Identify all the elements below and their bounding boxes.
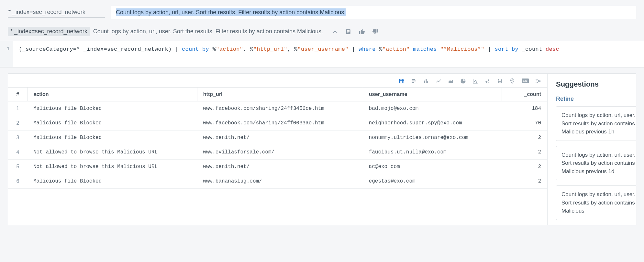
- cell-action: Malicious file Blocked: [28, 101, 197, 116]
- refine-label: Refine: [556, 96, 636, 102]
- svg-point-16: [474, 81, 475, 82]
- cell-index: 2: [8, 116, 28, 131]
- hbar-chart-icon[interactable]: [411, 78, 417, 84]
- cell-url: www.evillasforsale.com/: [197, 145, 363, 160]
- table-row[interactable]: 6Malicious file Blockedwww.bananaslug.co…: [8, 174, 547, 189]
- table-row[interactable]: 3Malicious file Blockedwww.xenith.net/no…: [8, 131, 547, 145]
- single-value-icon[interactable]: 123: [522, 78, 529, 84]
- query-token: where: [359, 46, 376, 52]
- cell-action: Not allowed to browse this Malicious URL: [28, 160, 197, 174]
- line-chart-icon[interactable]: [436, 78, 441, 84]
- sankey-icon[interactable]: [535, 78, 541, 84]
- results-table: # action http_url user_username _count 1…: [8, 87, 547, 189]
- cell-count: 2: [502, 131, 547, 145]
- table-row[interactable]: 2Malicious file Blockedwww.facebook.com/…: [8, 116, 547, 131]
- query-token: "http_url": [253, 46, 287, 52]
- cell-count: 184: [502, 101, 547, 116]
- query-token: "action": [216, 46, 243, 52]
- table-row[interactable]: 5Not allowed to browse this Malicious UR…: [8, 160, 547, 174]
- svg-rect-3: [347, 32, 349, 33]
- cell-user: ac@exo.com: [363, 160, 502, 174]
- suggestion-card[interactable]: Count logs by action, url, user. Sort re…: [556, 106, 636, 141]
- cell-action: Malicious file Blocked: [28, 116, 197, 131]
- query-token: [410, 46, 413, 52]
- collapse-icon[interactable]: [332, 29, 338, 35]
- col-index[interactable]: #: [8, 88, 28, 101]
- svg-rect-2: [347, 31, 350, 32]
- svg-rect-10: [412, 82, 414, 83]
- svg-rect-4: [399, 79, 404, 83]
- cell-user: nonummy.ultricies.ornare@exo.com: [363, 131, 502, 145]
- svg-point-20: [488, 79, 490, 81]
- cell-action: Not allowed to browse this Malicious URL: [28, 145, 197, 160]
- svg-rect-11: [424, 81, 425, 83]
- svg-point-31: [536, 79, 537, 80]
- svg-point-19: [485, 81, 487, 83]
- svg-point-25: [498, 80, 499, 81]
- cell-url: www.facebook.com/sharing/24ff3456ce.htm: [197, 101, 363, 116]
- query-code[interactable]: (_sourceCategory=* _index=sec_record_net…: [13, 41, 644, 67]
- query-token: , %: [287, 46, 298, 52]
- query-token: "*Malicious*": [440, 46, 484, 52]
- scope-input[interactable]: [8, 7, 105, 18]
- svg-rect-8: [412, 79, 415, 80]
- breadcrumb: * _index=sec_record_network Count logs b…: [0, 22, 644, 41]
- cell-action: Malicious file Blocked: [28, 131, 197, 145]
- suggestion-card[interactable]: Count logs by action, url, user. Sort re…: [556, 146, 636, 181]
- col-count[interactable]: _count: [502, 88, 547, 101]
- query-token: "user_username": [297, 46, 349, 52]
- area-chart-icon[interactable]: [448, 78, 454, 84]
- query-token: "action": [383, 46, 410, 52]
- query-token: sort by: [494, 46, 518, 52]
- svg-point-21: [488, 82, 489, 83]
- line-number: 1: [0, 41, 13, 67]
- cell-user: egestas@exo.com: [363, 174, 502, 189]
- col-action[interactable]: action: [28, 88, 197, 101]
- svg-point-27: [501, 79, 502, 80]
- prompt-input[interactable]: Count logs by action, url, user. Sort th…: [111, 6, 636, 19]
- query-token: desc: [546, 46, 559, 52]
- scatter-chart-icon[interactable]: [472, 78, 478, 84]
- cell-index: 1: [8, 101, 28, 116]
- settings-sliders-icon[interactable]: [497, 78, 503, 84]
- col-user[interactable]: user_username: [363, 88, 502, 101]
- thumbs-down-icon[interactable]: [372, 28, 379, 35]
- svg-rect-1: [347, 30, 350, 31]
- breadcrumb-actions: [332, 28, 379, 35]
- cell-count: 2: [502, 160, 547, 174]
- col-url[interactable]: http_url: [197, 88, 363, 101]
- query-token: |: [349, 46, 359, 52]
- pie-chart-icon[interactable]: [460, 78, 466, 84]
- suggestions-sidebar: Suggestions Refine Count logs by action,…: [547, 73, 636, 225]
- query-token: , %: [243, 46, 253, 52]
- svg-text:123: 123: [523, 79, 527, 82]
- table-view-icon[interactable]: [399, 78, 405, 84]
- cell-index: 5: [8, 160, 28, 174]
- map-pin-icon[interactable]: [509, 78, 515, 84]
- cell-count: 70: [502, 116, 547, 131]
- viz-toolbar: 123: [8, 74, 547, 87]
- query-input-row: Count logs by action, url, user. Sort th…: [0, 0, 644, 22]
- svg-rect-12: [426, 79, 427, 83]
- svg-rect-9: [412, 81, 416, 81]
- svg-point-17: [475, 80, 476, 81]
- bubble-chart-icon[interactable]: [485, 78, 491, 84]
- results-panel: 123 # action http_url user_username _cou…: [8, 73, 547, 225]
- cell-url: www.xenith.net/: [197, 131, 363, 145]
- cell-url: www.bananaslug.com/: [197, 174, 363, 189]
- notes-icon[interactable]: [345, 28, 351, 35]
- cell-user: faucibus.ut.nulla@exo.com: [363, 145, 502, 160]
- query-token: |: [175, 46, 182, 52]
- bar-chart-icon[interactable]: [423, 78, 429, 84]
- thumbs-up-icon[interactable]: [359, 28, 365, 35]
- suggestion-card[interactable]: Count logs by action, url, user. Sort re…: [556, 185, 636, 220]
- cell-index: 3: [8, 131, 28, 145]
- cell-url: www.xenith.net/: [197, 160, 363, 174]
- query-token: _count: [518, 46, 546, 52]
- table-header-row: # action http_url user_username _count: [8, 88, 547, 101]
- cell-index: 4: [8, 145, 28, 160]
- table-row[interactable]: 1Malicious file Blockedwww.facebook.com/…: [8, 101, 547, 116]
- main-panel: 123 # action http_url user_username _cou…: [0, 68, 644, 225]
- table-row[interactable]: 4Not allowed to browse this Malicious UR…: [8, 145, 547, 160]
- svg-point-26: [500, 81, 501, 82]
